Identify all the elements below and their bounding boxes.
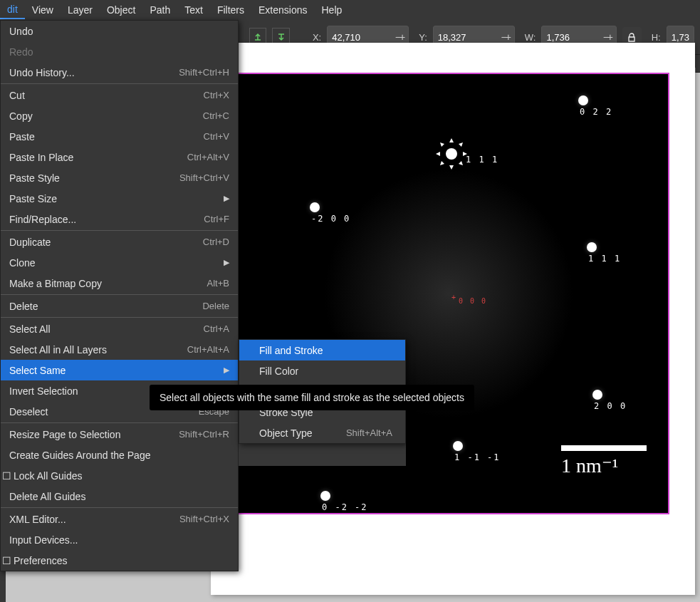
menuitem-copy[interactable]: CopyCtrl+C bbox=[1, 105, 238, 126]
spot-label-center: 1 1 1 bbox=[466, 155, 498, 165]
menuitem-find-replace-[interactable]: Find/Replace...Ctrl+F bbox=[1, 209, 238, 229]
diffraction-spot bbox=[587, 242, 597, 252]
diffraction-label: -2 0 0 bbox=[311, 214, 350, 224]
menuitem-preferences[interactable]: ☐Preferences bbox=[1, 550, 238, 571]
svg-marker-2 bbox=[449, 165, 454, 170]
diffraction-label: 1 1 1 bbox=[588, 254, 621, 264]
menu-text[interactable]: Text bbox=[177, 1, 210, 19]
menuitem-duplicate[interactable]: DuplicateCtrl+D bbox=[1, 232, 238, 252]
diffraction-spot bbox=[453, 441, 463, 451]
menu-filters[interactable]: Filters bbox=[210, 1, 251, 19]
svg-marker-8 bbox=[459, 161, 463, 165]
checkbox-icon: ☐ bbox=[2, 470, 12, 482]
h-label: H: bbox=[652, 32, 661, 43]
menuitem-paste-style[interactable]: Paste StyleShift+Ctrl+V bbox=[1, 167, 238, 188]
svg-marker-3 bbox=[436, 152, 440, 156]
center-label: 0 0 0 bbox=[459, 297, 487, 305]
menuitem-undo-history-[interactable]: Undo History...Shift+Ctrl+H bbox=[1, 62, 238, 83]
menu-object[interactable]: Object bbox=[100, 1, 142, 19]
diffraction-label: 1 -1 -1 bbox=[454, 452, 501, 462]
menuitem-undo[interactable]: Undo bbox=[1, 21, 238, 41]
menu-extensions[interactable]: Extensions bbox=[251, 1, 314, 19]
menuitem-paste[interactable]: PasteCtrl+V bbox=[1, 126, 238, 147]
menu-path[interactable]: Path bbox=[142, 1, 177, 19]
menuitem-delete-all-guides[interactable]: Delete All Guides bbox=[1, 486, 238, 507]
menuitem-resize-page-to-selection[interactable]: Resize Page to SelectionShift+Ctrl+R bbox=[1, 424, 238, 445]
menuitem-delete[interactable]: DeleteDelete bbox=[1, 296, 238, 316]
x-label: X: bbox=[313, 32, 321, 43]
tooltip: Select all objects with the same fill an… bbox=[150, 385, 474, 410]
diffraction-label: 0 -2 -2 bbox=[322, 502, 368, 512]
menuitem-xml-editor-[interactable]: XML Editor...Shift+Ctrl+X bbox=[1, 509, 238, 529]
diffraction-spot bbox=[592, 390, 602, 400]
selection-handles-icon[interactable] bbox=[436, 138, 464, 167]
diffraction-spot bbox=[320, 491, 330, 501]
svg-marker-7 bbox=[440, 161, 444, 165]
menuitem-clone[interactable]: Clone▶ bbox=[1, 252, 238, 273]
menuitem-paste-size[interactable]: Paste Size▶ bbox=[1, 188, 238, 209]
y-label: Y: bbox=[419, 32, 427, 43]
menuitem-input-devices-[interactable]: Input Devices... bbox=[1, 529, 238, 550]
chevron-right-icon: ▶ bbox=[224, 194, 229, 203]
checkbox-icon: ☐ bbox=[2, 555, 12, 566]
submenuitem-fill-and-stroke[interactable]: Fill and Stroke bbox=[239, 340, 405, 360]
menuitem-select-all[interactable]: Select AllCtrl+A bbox=[1, 318, 238, 339]
diffraction-spot bbox=[310, 202, 320, 212]
submenuitem-object-type[interactable]: Object TypeShift+Alt+A bbox=[239, 422, 405, 443]
menuitem-make-a-bitmap-copy[interactable]: Make a Bitmap CopyAlt+B bbox=[1, 273, 238, 294]
center-cross-icon: + bbox=[451, 294, 456, 301]
menuitem-cut[interactable]: CutCtrl+X bbox=[1, 85, 238, 105]
svg-marker-1 bbox=[449, 138, 454, 142]
submenuitem-fill-color[interactable]: Fill Color bbox=[239, 360, 405, 381]
edit-menu-dropdown: UndoRedoUndo History...Shift+Ctrl+HCutCt… bbox=[0, 20, 239, 571]
svg-marker-5 bbox=[440, 142, 444, 147]
menu-view[interactable]: View bbox=[25, 1, 61, 19]
chevron-right-icon: ▶ bbox=[224, 258, 229, 267]
w-label: W: bbox=[525, 32, 536, 43]
diffraction-spot bbox=[578, 95, 588, 105]
menubar: dit View Layer Object Path Text Filters … bbox=[0, 0, 700, 20]
menuitem-lock-all-guides[interactable]: ☐Lock All Guides bbox=[1, 465, 238, 486]
diffraction-label: 0 2 2 bbox=[580, 107, 612, 117]
menuitem-redo: Redo bbox=[1, 41, 238, 62]
menuitem-create-guides-around-the-page[interactable]: Create Guides Around the Page bbox=[1, 445, 238, 465]
menu-help[interactable]: Help bbox=[315, 1, 350, 19]
menu-edit[interactable]: dit bbox=[0, 1, 25, 19]
menuitem-paste-in-place[interactable]: Paste In PlaceCtrl+Alt+V bbox=[1, 147, 238, 167]
svg-marker-6 bbox=[459, 142, 463, 147]
scale-bar: 1 nm⁻¹ bbox=[561, 445, 647, 477]
svg-point-0 bbox=[446, 148, 457, 160]
menu-layer[interactable]: Layer bbox=[61, 1, 100, 19]
menuitem-select-all-in-all-layers[interactable]: Select All in All LayersCtrl+Alt+A bbox=[1, 339, 238, 360]
chevron-right-icon: ▶ bbox=[224, 365, 229, 375]
menuitem-select-same[interactable]: Select Same▶ bbox=[1, 360, 238, 380]
diffraction-label: 2 0 0 bbox=[594, 401, 627, 411]
